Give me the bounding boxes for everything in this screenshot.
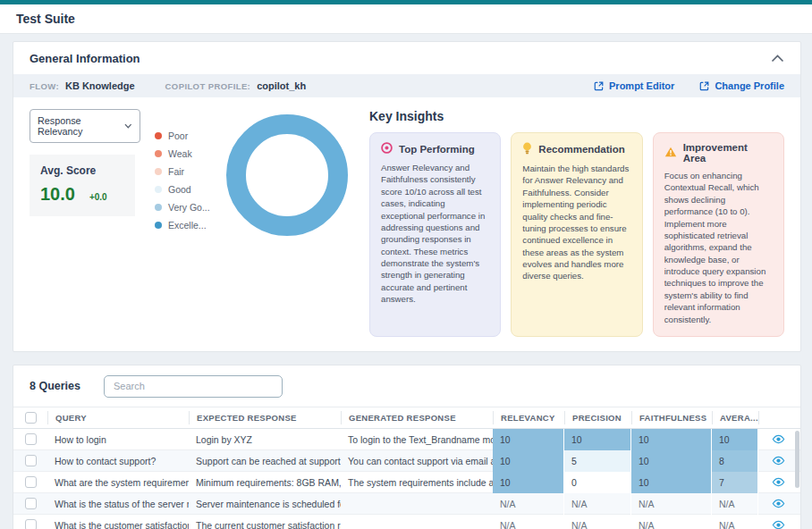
cell-faithfulness-score: 10: [631, 450, 712, 472]
insight-card-body: Answer Relevancy and Faithfulness consis…: [381, 162, 489, 306]
column-header-relevancy[interactable]: RELEVANCY: [493, 411, 564, 424]
legend-item[interactable]: Weak: [155, 148, 221, 159]
cell-expected: Support can be reached at support...: [189, 456, 341, 466]
legend-label: Good: [168, 184, 191, 195]
eye-icon: [772, 477, 785, 487]
flow-value: KB Knowledge: [65, 80, 135, 91]
eye-icon: [772, 456, 785, 466]
table-row[interactable]: What is the customer satisfaction ra...T…: [13, 515, 800, 529]
queries-count-label: 8 Queries: [30, 380, 80, 392]
row-checkbox[interactable]: [25, 476, 37, 488]
cell-precision-score: 0: [564, 472, 631, 493]
cell-average-score: N/A: [712, 493, 758, 515]
legend-dot-icon: [155, 204, 162, 211]
cell-relevancy-score: 10: [493, 472, 564, 493]
vertical-scrollbar-thumb[interactable]: [795, 431, 799, 488]
view-details-button[interactable]: [758, 434, 798, 444]
cell-faithfulness-score: N/A: [631, 493, 712, 515]
legend-dot-icon: [155, 186, 162, 193]
table-body: How to loginLogin by XYZTo login to the …: [13, 429, 800, 529]
search-input[interactable]: [104, 375, 283, 398]
column-header-actions: [758, 411, 798, 424]
view-details-button[interactable]: [758, 456, 798, 466]
select-all-checkbox[interactable]: [25, 412, 37, 424]
cell-expected: Server maintenance is scheduled fo...: [189, 499, 341, 509]
cell-faithfulness-score: N/A: [631, 515, 712, 529]
legend-item[interactable]: Very Go...: [155, 202, 221, 213]
view-details-button[interactable]: [758, 520, 798, 529]
view-details-button[interactable]: [758, 477, 798, 487]
prompt-editor-link[interactable]: Prompt Editor: [594, 80, 674, 91]
cell-faithfulness-score: 10: [631, 429, 712, 450]
legend-dot-icon: [155, 168, 162, 175]
section-title-general-information: General Information: [30, 52, 140, 65]
title-bar: Test Suite: [0, 4, 812, 34]
cell-precision-score: N/A: [564, 515, 631, 529]
cell-query: What are the system requirements?: [47, 477, 189, 488]
insight-card-title: Top Performing: [399, 144, 475, 155]
column-header-precision[interactable]: PRECISION: [564, 411, 631, 424]
metric-dropdown-value: Response Relevancy: [38, 115, 124, 137]
cell-expected: Login by XYZ: [189, 434, 341, 445]
external-link-icon: [699, 81, 709, 91]
column-header-query[interactable]: QUERY: [47, 411, 189, 424]
copilot-profile-label: COPILOT PROFILE:: [165, 81, 251, 91]
row-checkbox[interactable]: [25, 433, 37, 445]
legend-dot-icon: [155, 132, 162, 139]
column-header-faithfulness[interactable]: FAITHFULNESS: [631, 411, 712, 424]
insight-card-improvement-area: Improvement AreaFocus on enhancing Conte…: [653, 132, 784, 337]
cell-query: How to login: [47, 434, 189, 445]
view-details-button[interactable]: [758, 499, 798, 508]
legend-label: Very Go...: [168, 202, 210, 213]
legend-label: Poor: [168, 130, 188, 141]
queries-card: 8 Queries QUERY EXPECTED RESPONSE GENERA…: [13, 365, 801, 529]
legend-item[interactable]: Fair: [155, 166, 221, 177]
donut-chart: [224, 113, 350, 337]
row-checkbox[interactable]: [25, 498, 37, 509]
avg-score-value: 10.0: [40, 184, 75, 205]
insight-card-recommendation: RecommendationMaintain the high standard…: [511, 132, 642, 337]
column-header-expected-response[interactable]: EXPECTED RESPONSE: [189, 411, 341, 424]
row-checkbox[interactable]: [25, 519, 37, 529]
cell-average-score: 8: [712, 450, 758, 472]
collapse-section-button[interactable]: [771, 55, 784, 63]
cell-expected: Minimum requirements: 8GB RAM, I...: [189, 477, 341, 488]
legend-item[interactable]: Poor: [155, 130, 221, 141]
legend-item[interactable]: Excelle...: [155, 220, 221, 231]
table-row[interactable]: What are the system requirements?Minimum…: [13, 472, 800, 493]
legend-label: Excelle...: [168, 220, 207, 231]
cell-average-score: 7: [712, 472, 758, 493]
cell-query: What is the status of the server mai...: [47, 499, 189, 509]
table-row[interactable]: What is the status of the server mai...S…: [13, 493, 800, 515]
avg-score-card: Avg. Score 10.0 +0.0: [30, 155, 135, 216]
legend-label: Fair: [168, 166, 184, 177]
eye-icon: [772, 434, 785, 444]
insight-card-title: Recommendation: [538, 144, 625, 155]
donut-ring: [236, 124, 338, 226]
bulb-icon: [522, 142, 532, 156]
key-insights-title: Key Insights: [369, 109, 784, 123]
row-checkbox[interactable]: [25, 455, 37, 466]
avg-score-delta: +0.0: [89, 192, 107, 202]
cell-relevancy-score: 10: [493, 450, 564, 472]
key-insights-cards: Top PerformingAnswer Relevancy and Faith…: [369, 132, 784, 337]
warning-icon: [664, 147, 677, 159]
change-profile-link[interactable]: Change Profile: [699, 80, 784, 91]
table-row[interactable]: How to loginLogin by XYZTo login to the …: [13, 429, 800, 450]
cell-precision-score: 10: [564, 429, 631, 450]
prompt-editor-label: Prompt Editor: [609, 80, 674, 91]
metric-dropdown[interactable]: Response Relevancy: [30, 109, 140, 143]
column-header-generated-response[interactable]: GENERATED RESPONSE: [341, 411, 493, 424]
page-title: Test Suite: [16, 12, 796, 26]
chevron-up-icon: [771, 55, 784, 63]
legend-item[interactable]: Good: [155, 184, 221, 195]
key-insights-section: Key Insights Top PerformingAnswer Releva…: [369, 109, 784, 337]
column-header-average[interactable]: AVERA...: [712, 411, 758, 424]
legend-dot-icon: [155, 150, 162, 157]
cell-relevancy-score: N/A: [493, 515, 564, 529]
cell-faithfulness-score: 10: [631, 472, 712, 493]
cell-precision-score: N/A: [564, 493, 631, 515]
general-information-card: General Information FLOW: KB Knowledge C…: [13, 41, 801, 352]
table-row[interactable]: How to contact support?Support can be re…: [13, 450, 800, 472]
cell-average-score: N/A: [712, 515, 758, 529]
